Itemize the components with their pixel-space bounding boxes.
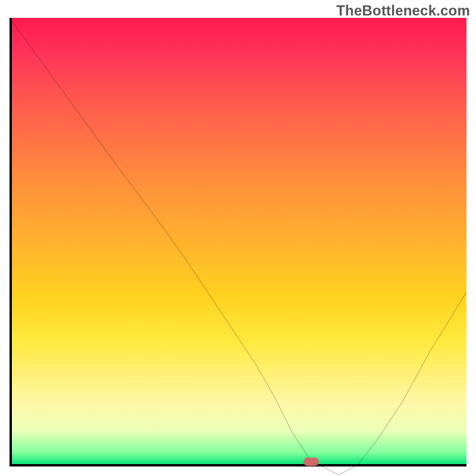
chart-frame: TheBottleneck.com: [0, 0, 476, 476]
plot-area: [10, 18, 466, 466]
optimal-marker: [303, 458, 319, 466]
watermark-text: TheBottleneck.com: [336, 2, 470, 19]
curve-layer: [10, 18, 466, 475]
bottleneck-curve: [10, 18, 466, 475]
